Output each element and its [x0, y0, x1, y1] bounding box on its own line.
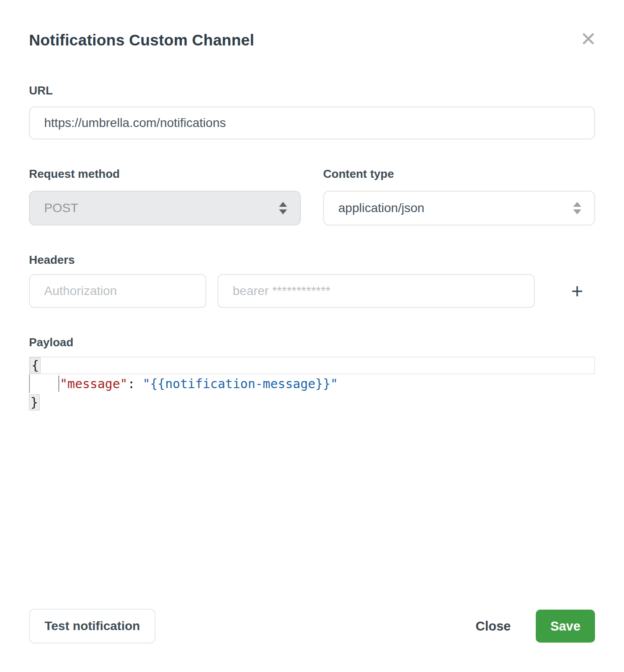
notifications-custom-channel-dialog: Notifications Custom Channel ✕ URL Reque…	[0, 0, 624, 672]
dialog-title: Notifications Custom Channel	[29, 0, 595, 49]
json-value-token: "{{notification-message}}"	[143, 377, 338, 391]
open-brace-token: {	[30, 357, 41, 373]
url-label: URL	[29, 84, 595, 98]
colon-token: :	[127, 377, 143, 391]
add-header-icon[interactable]: +	[565, 279, 590, 303]
payload-line-3: }	[29, 393, 595, 412]
json-key-token: "message"	[60, 377, 127, 391]
content-type-select[interactable]: application/json	[323, 191, 595, 225]
save-button[interactable]: Save	[536, 610, 595, 643]
payload-label: Payload	[29, 336, 595, 349]
request-method-select[interactable]: POST	[29, 191, 301, 225]
close-brace-token: }	[29, 394, 40, 410]
test-notification-button[interactable]: Test notification	[29, 609, 156, 643]
headers-label: Headers	[29, 253, 595, 267]
request-method-label: Request method	[29, 167, 301, 181]
chevron-updown-icon	[573, 201, 582, 215]
request-method-value: POST	[44, 201, 78, 215]
payload-editor[interactable]: { "message" : "{{notification-message}}"…	[29, 356, 595, 412]
request-method-group: Request method POST	[29, 167, 301, 225]
close-icon[interactable]: ✕	[575, 26, 602, 53]
indent-token	[30, 377, 60, 391]
content-type-value: application/json	[338, 201, 424, 215]
payload-line-1: {	[29, 356, 595, 374]
url-input[interactable]	[29, 107, 595, 139]
header-name-input[interactable]	[29, 274, 206, 308]
close-button[interactable]: Close	[476, 619, 511, 634]
content-type-group: Content type application/json	[323, 167, 595, 225]
headers-row: +	[29, 274, 595, 308]
dialog-footer: Test notification Close Save	[29, 609, 595, 643]
method-contenttype-row: Request method POST Content type applica…	[29, 167, 595, 225]
chevron-updown-icon	[279, 201, 287, 215]
text-cursor	[58, 376, 59, 392]
header-value-input[interactable]	[218, 274, 535, 308]
content-type-label: Content type	[323, 167, 595, 181]
payload-line-2: "message" : "{{notification-message}}"	[29, 374, 595, 393]
